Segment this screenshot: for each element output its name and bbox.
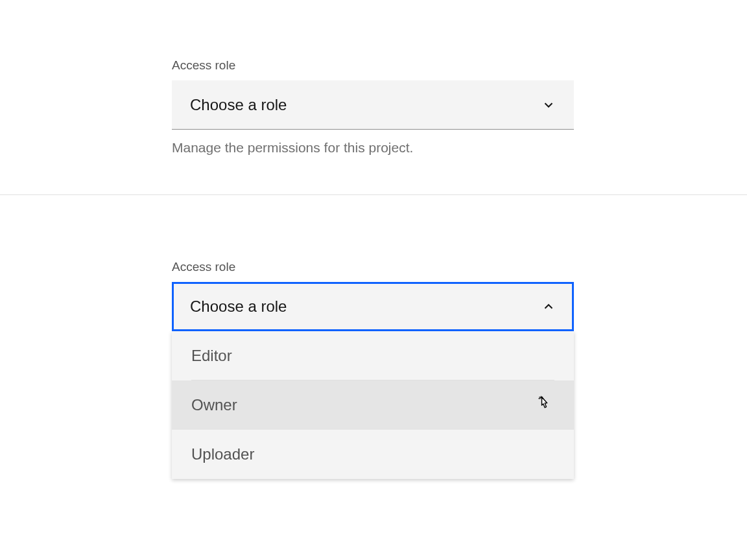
option-label: Editor xyxy=(191,347,232,365)
dropdown-option-owner[interactable]: Owner xyxy=(172,380,574,430)
field-label: Access role xyxy=(172,260,575,274)
field-label: Access role xyxy=(172,58,575,73)
chevron-down-icon xyxy=(541,98,556,112)
select-placeholder: Choose a role xyxy=(190,298,287,316)
dropdown-option-uploader[interactable]: Uploader xyxy=(172,430,574,479)
pointer-cursor-icon xyxy=(535,395,553,415)
option-label: Uploader xyxy=(191,445,254,463)
chevron-up-icon xyxy=(541,299,556,314)
role-select-closed[interactable]: Choose a role xyxy=(172,80,574,130)
option-label: Owner xyxy=(191,396,237,414)
role-select-open[interactable]: Choose a role xyxy=(172,282,574,331)
open-select-example: Access role Choose a role Editor Owner U… xyxy=(0,195,747,479)
closed-select-example: Access role Choose a role Manage the per… xyxy=(0,0,747,195)
dropdown-menu: Editor Owner Uploader xyxy=(172,331,574,479)
select-placeholder: Choose a role xyxy=(190,96,287,114)
help-text: Manage the permissions for this project. xyxy=(172,140,575,156)
dropdown-option-editor[interactable]: Editor xyxy=(172,331,574,380)
